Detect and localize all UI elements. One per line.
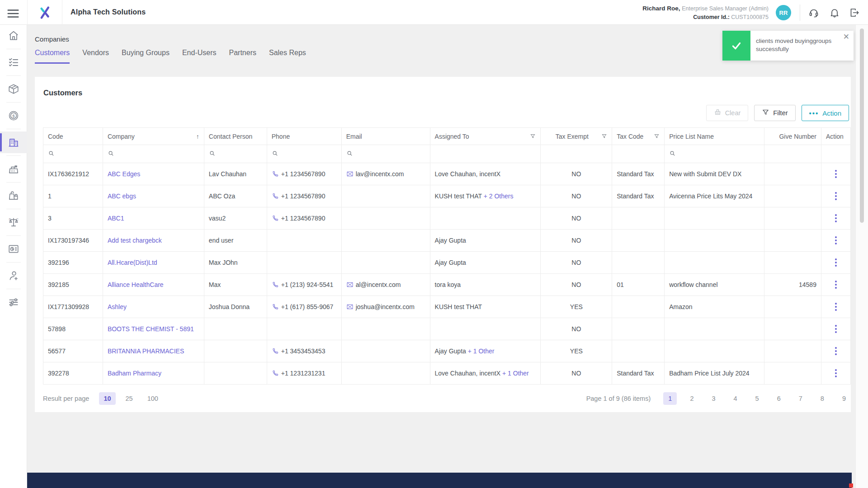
- page-number-9[interactable]: 9: [837, 392, 851, 405]
- filter-button[interactable]: Filter: [754, 105, 795, 121]
- company-link[interactable]: All.Hcare(Dist)Ltd: [108, 259, 157, 266]
- cell-phone: +1 1234567890: [267, 185, 341, 207]
- results-per-page-option-25[interactable]: 25: [121, 392, 137, 405]
- search-icon: [669, 150, 676, 157]
- cell-phone: +1 1234567890: [267, 163, 341, 185]
- broom-icon: [714, 108, 722, 117]
- action-button[interactable]: ••• Action: [802, 105, 849, 121]
- results-per-page-option-10[interactable]: 10: [99, 392, 115, 405]
- sidebar-item-sliders[interactable]: [0, 291, 27, 313]
- row-actions-kebab-icon[interactable]: [826, 192, 846, 200]
- tab-end-users[interactable]: End-Users: [182, 49, 217, 64]
- cell-price_list: workflow channel: [665, 274, 764, 296]
- sidebar-item-scale[interactable]: DC: [0, 211, 27, 233]
- company-link[interactable]: ABC ebgs: [108, 192, 136, 200]
- phone-value: +1 (617) 855-9067: [281, 303, 334, 310]
- sidebar-item-coin[interactable]: $: [0, 105, 27, 127]
- column-header-assigned[interactable]: Assigned To: [430, 128, 541, 145]
- page-number-1[interactable]: 1: [663, 392, 677, 405]
- sidebar-item-bags[interactable]: [0, 185, 27, 206]
- company-link[interactable]: BRITANNIA PHARMACIES: [108, 347, 184, 355]
- row-actions-kebab-icon[interactable]: [826, 347, 846, 355]
- tab-sales-reps[interactable]: Sales Reps: [269, 49, 306, 64]
- company-link[interactable]: ABC Edges: [108, 170, 140, 178]
- pagination: Page 1 of 9 (86 items) 123456789: [586, 392, 851, 405]
- avatar[interactable]: RR: [776, 5, 791, 20]
- column-header-tax_code[interactable]: Tax Code: [612, 128, 665, 145]
- logout-icon[interactable]: [849, 7, 860, 18]
- search-cell-phone[interactable]: [267, 145, 341, 163]
- sidebar-separator: [6, 235, 21, 236]
- company-link[interactable]: ABC1: [108, 215, 124, 222]
- company-link[interactable]: BOOTS THE CHEMIST - 5891: [108, 325, 194, 333]
- company-link[interactable]: Ashley: [108, 303, 127, 310]
- sidebar-item-building[interactable]: [0, 131, 27, 153]
- sort-ascending-icon[interactable]: ↑: [196, 133, 199, 140]
- column-header-tax_exempt[interactable]: Tax Exempt: [541, 128, 612, 145]
- sidebar-item-register[interactable]: [0, 158, 27, 180]
- page-number-3[interactable]: 3: [707, 392, 720, 405]
- hamburger-menu-icon[interactable]: [6, 7, 20, 18]
- cell-contact: Joshua Donna: [204, 296, 267, 318]
- column-header-company[interactable]: Company↑: [103, 128, 204, 145]
- table-row: IX1730197346Add test chargebckend userAj…: [43, 230, 851, 252]
- tab-buying-groups[interactable]: Buying Groups: [122, 49, 170, 64]
- search-cell-code[interactable]: [43, 145, 103, 163]
- page-number-2[interactable]: 2: [685, 392, 698, 405]
- assigned-others-link[interactable]: + 1 Other: [500, 370, 529, 377]
- clear-button[interactable]: Clear: [706, 105, 749, 121]
- search-cell-email[interactable]: [341, 145, 430, 163]
- results-per-page-option-100[interactable]: 100: [143, 392, 163, 405]
- search-cell-company[interactable]: [103, 145, 204, 163]
- row-actions-kebab-icon[interactable]: [826, 303, 846, 311]
- phone-icon: [272, 192, 279, 200]
- cell-company: Badham Pharmacy: [103, 362, 204, 385]
- column-filter-icon[interactable]: [530, 133, 536, 139]
- page-number-7[interactable]: 7: [794, 392, 807, 405]
- building-icon: [8, 136, 19, 148]
- row-actions-kebab-icon[interactable]: [826, 214, 846, 222]
- toast-close-icon[interactable]: ✕: [843, 34, 849, 40]
- company-link[interactable]: Badham Pharmacy: [108, 370, 161, 377]
- notifications-bell-icon[interactable]: [829, 7, 840, 18]
- row-actions-kebab-icon[interactable]: [826, 369, 846, 377]
- row-actions-kebab-icon[interactable]: [826, 236, 846, 244]
- company-link[interactable]: Add test chargebck: [108, 237, 162, 244]
- vertical-scrollbar-thumb[interactable]: [860, 28, 864, 223]
- sidebar-item-package[interactable]: [0, 78, 27, 100]
- sidebar: $DC: [0, 25, 27, 488]
- table-row: 57898BOOTS THE CHEMIST - 5891NO: [43, 318, 851, 340]
- page-number-5[interactable]: 5: [750, 392, 764, 405]
- cell-tax_code: Standard Tax: [612, 163, 665, 185]
- svg-text:C: C: [16, 218, 19, 221]
- search-cell-price_list[interactable]: [665, 145, 764, 163]
- app-logo[interactable]: [27, 0, 62, 25]
- column-filter-icon[interactable]: [654, 133, 660, 139]
- row-actions-kebab-icon[interactable]: [826, 281, 846, 289]
- row-actions-kebab-icon[interactable]: [826, 325, 846, 333]
- column-filter-icon[interactable]: [601, 133, 607, 139]
- sidebar-item-user-plus[interactable]: [0, 265, 27, 286]
- page-number-4[interactable]: 4: [729, 392, 742, 405]
- table-footer: Result per page 1025100 Page 1 of 9 (86 …: [43, 386, 851, 411]
- page-number-8[interactable]: 8: [816, 392, 829, 405]
- company-link[interactable]: Alliance HealthCare: [108, 281, 164, 288]
- tab-vendors[interactable]: Vendors: [82, 49, 109, 64]
- tab-customers[interactable]: Customers: [35, 49, 70, 64]
- assigned-others-link[interactable]: + 2 Others: [482, 192, 514, 200]
- row-actions-kebab-icon[interactable]: [826, 258, 846, 267]
- support-headset-icon[interactable]: [808, 7, 819, 18]
- tab-partners[interactable]: Partners: [229, 49, 256, 64]
- sidebar-item-checklist[interactable]: [0, 52, 27, 73]
- page-title: Customers: [43, 89, 82, 97]
- assigned-others-link[interactable]: + 1 Other: [466, 347, 495, 355]
- search-cell-contact[interactable]: [204, 145, 267, 163]
- cell-email: [341, 230, 430, 252]
- phone-icon: [272, 303, 279, 310]
- sidebar-item-report[interactable]: [0, 238, 27, 260]
- vertical-scrollbar-track[interactable]: [855, 25, 868, 488]
- cell-price_list: New with Submit DEV DX: [665, 163, 764, 185]
- sidebar-item-home[interactable]: [0, 25, 27, 47]
- page-number-6[interactable]: 6: [772, 392, 786, 405]
- row-actions-kebab-icon[interactable]: [826, 170, 846, 178]
